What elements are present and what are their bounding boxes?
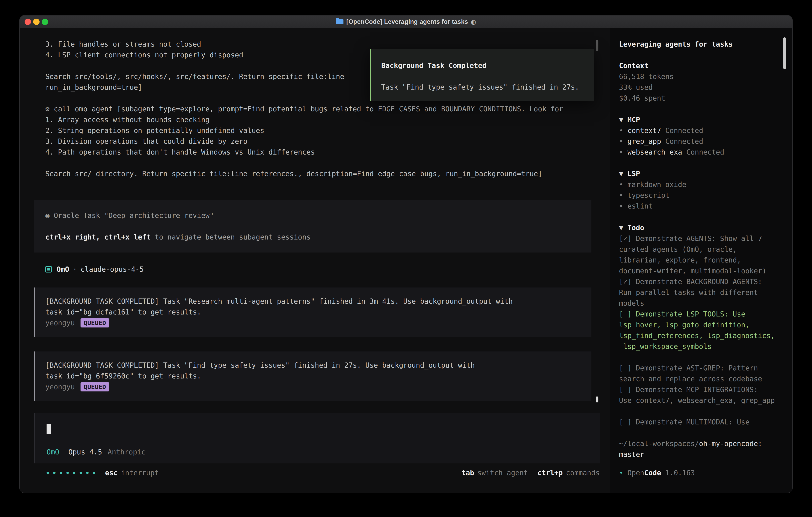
text-line: [✓] Demonstrate BACKGROUND AGENTS: (619, 276, 775, 287)
input-provider-name: Anthropic (108, 448, 146, 456)
status-badge: QUEUED (81, 382, 109, 391)
prompt-input[interactable]: OmO Opus 4.5 Anthropic (34, 413, 601, 463)
status-right: tab switch agent ctrl+p commands (462, 469, 600, 477)
text-line: curated agents (OmO, oracle, (619, 244, 775, 255)
text-line: document-writer, multimodal-looker) (619, 266, 775, 276)
maximize-button[interactable] (42, 19, 48, 25)
text-line (619, 406, 775, 417)
text-line (619, 212, 775, 222)
notification-toast[interactable]: Background Task Completed Task "Find typ… (370, 49, 594, 101)
close-button[interactable] (25, 19, 31, 25)
window-title: [OpenCode] Leveraging agents for tasks (346, 18, 468, 25)
chat-scrollbar-thumb-top[interactable] (596, 40, 599, 51)
commands-key-label: commands (566, 469, 600, 477)
message-line: task_id="bg_6f59260c" to get results. (46, 371, 591, 381)
text-line: $0.46 spent (619, 93, 775, 104)
text-line: lsp_workspace_symbols (619, 341, 775, 352)
text-cursor (47, 424, 51, 434)
text-line: 3. Division operations that could divide… (46, 136, 563, 147)
minimize-button[interactable] (33, 19, 39, 25)
text-line: 66,518 tokens (619, 71, 775, 82)
text-line (619, 428, 775, 438)
text-line: models (619, 298, 775, 309)
status-left: ∙∙∙∙∙∙∙∙ esc interrupt (46, 468, 159, 478)
commands-key-hint: ctrl+p (538, 469, 563, 477)
agent-separator: · (73, 265, 77, 273)
text-line: • markdown-oxide (619, 179, 775, 190)
text-line: • context7 Connected (619, 125, 775, 136)
message-meta: yeongyu QUEUED (46, 318, 591, 328)
text-line: [ ] Demonstrate MULTIMODAL: Use (619, 417, 775, 428)
text-line: ctrl+x right, ctrl+x left to navigate be… (46, 232, 591, 243)
status-bar: ∙∙∙∙∙∙∙∙ esc interrupt tab switch agent … (46, 467, 600, 478)
text-line: • grep_app Connected (619, 136, 775, 147)
tab-key-hint: tab (462, 469, 474, 477)
text-line: ▼ LSP (619, 168, 775, 179)
text-line (619, 352, 775, 363)
input-model-name: Opus 4.5 (68, 448, 102, 456)
tab-key-hint-group: tab switch agent (462, 469, 528, 477)
window-titlebar[interactable]: [OpenCode] Leveraging agents for tasks ◐ (20, 16, 792, 28)
sidebar-content: Leveraging agents for tasks Context66,51… (619, 39, 775, 460)
text-line: 1. Array access without bounds checking (46, 114, 563, 125)
text-line: ▼ Todo (619, 222, 775, 233)
message-card: [BACKGROUND TASK COMPLETED] Task "Resear… (34, 288, 591, 337)
status-badge: QUEUED (81, 318, 109, 327)
text-line: 33% used (619, 82, 775, 93)
agent-model: claude-opus-4-5 (81, 265, 144, 273)
text-line: [ ] Demonstrate MCP INTEGRATIONS: (619, 384, 775, 395)
agent-name: OmO (57, 265, 69, 273)
esc-key-label: interrupt (121, 469, 159, 477)
text-line (619, 158, 775, 168)
text-line (46, 158, 563, 168)
text-line: Use context7, websearch_exa, grep_app (619, 395, 775, 406)
folder-icon (336, 19, 344, 24)
text-line: 4. Path operations that don't handle Win… (46, 147, 563, 158)
message-author: yeongyu (46, 319, 75, 327)
terminal-window: [OpenCode] Leveraging agents for tasks ◐… (19, 15, 793, 493)
toast-title: Background Task Completed (381, 60, 594, 71)
text-line: ◉ Oracle Task "Deep architecture review" (46, 210, 591, 221)
text-line: lsp_hover, lsp_goto_definition, (619, 320, 775, 330)
toast-body: Task "Find type safety issues" finished … (381, 82, 594, 92)
text-line: 3. File handles or streams not closed (46, 39, 563, 50)
text-line: • typescript (619, 190, 775, 201)
text-line: master (619, 449, 775, 460)
agent-header: OmO · claude-opus-4-5 (46, 264, 144, 275)
chat-scrollbar-thumb-bottom[interactable] (596, 397, 599, 403)
model-indicator-row: OmO Opus 4.5 Anthropic (47, 446, 145, 457)
text-line: [✓] Demonstrate AGENTS: Show all 7 (619, 233, 775, 244)
spinner-icon: ∙∙∙∙∙∙∙∙ (46, 468, 98, 478)
window-controls (25, 16, 48, 28)
sidebar-scrollbar-thumb[interactable] (783, 37, 786, 69)
message-card: [BACKGROUND TASK COMPLETED] Task "Find t… (34, 351, 591, 401)
text-line: ~/local-workspaces/oh-my-opencode: (619, 438, 775, 449)
esc-key-hint: esc (105, 469, 118, 477)
text-line: 2. String operations on potentially unde… (46, 125, 563, 136)
text-line: lsp_find_references, lsp_diagnostics, (619, 330, 775, 341)
oracle-task-panel: ◉ Oracle Task "Deep architecture review"… (34, 200, 591, 252)
message-line: task_id="bg_dcfac161" to get results. (46, 307, 591, 318)
session-sidebar: Leveraging agents for tasks Context66,51… (610, 28, 792, 493)
chat-pane: 3. File handles or streams not closed4. … (20, 28, 610, 493)
text-line: ⚙ call_omo_agent [subagent_type=explore,… (46, 104, 563, 114)
text-line: • websearch_exa Connected (619, 147, 775, 158)
agent-square-icon (46, 266, 52, 272)
window-title-group: [OpenCode] Leveraging agents for tasks ◐ (336, 18, 476, 25)
message-line: [BACKGROUND TASK COMPLETED] Task "Resear… (46, 296, 591, 307)
text-line: Context (619, 60, 775, 71)
text-line (46, 221, 591, 232)
text-line: • eslint (619, 201, 775, 212)
text-line: [ ] Demonstrate LSP TOOLS: Use (619, 309, 775, 320)
text-line: Search src/ directory. Return specific f… (46, 168, 563, 179)
text-line: search and replace across codebase (619, 374, 775, 384)
text-line: [ ] Demonstrate AST-GREP: Pattern (619, 363, 775, 374)
text-line: Leveraging agents for tasks (619, 39, 775, 50)
loader-icon: ◐ (471, 19, 476, 25)
text-line: • OpenCode 1.0.163 (619, 467, 695, 478)
input-agent-name: OmO (47, 448, 59, 456)
text-line (619, 104, 775, 114)
window-content: 3. File handles or streams not closed4. … (20, 28, 792, 493)
text-line: ▼ MCP (619, 114, 775, 125)
sidebar-footer: • OpenCode 1.0.163 (619, 467, 695, 478)
